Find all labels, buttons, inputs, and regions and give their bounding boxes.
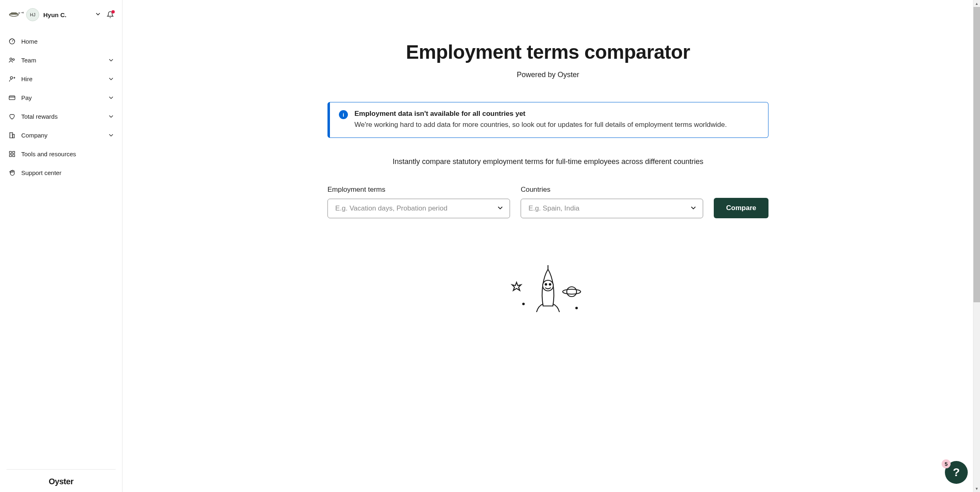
rocket-illustration <box>499 263 597 312</box>
page-title: Employment terms comparator <box>406 41 690 63</box>
svg-rect-9 <box>9 151 11 153</box>
countries-select[interactable] <box>521 199 703 218</box>
sidebar-item-support-center[interactable]: Support center <box>8 169 114 176</box>
sidebar-item-label: Pay <box>21 94 102 101</box>
company-logo <box>8 10 24 20</box>
pay-icon <box>8 94 16 101</box>
chevron-down-icon <box>108 76 114 82</box>
sidebar-item-total-rewards[interactable]: Total rewards <box>8 113 114 120</box>
team-icon <box>8 56 16 64</box>
brand-logo: Oyster <box>7 477 116 486</box>
user-menu-chevron-icon[interactable] <box>95 11 101 18</box>
employment-terms-label: Employment terms <box>327 186 510 194</box>
employment-terms-select[interactable] <box>327 199 510 218</box>
hire-icon <box>8 75 16 82</box>
svg-point-17 <box>563 289 581 294</box>
scrollbar[interactable]: ▲ ▼ <box>973 0 980 492</box>
svg-point-5 <box>10 76 13 79</box>
svg-point-1 <box>18 12 20 14</box>
page-description: Instantly compare statutory employment t… <box>393 157 704 166</box>
home-icon <box>8 38 16 45</box>
scrollbar-down-arrow-icon[interactable]: ▼ <box>973 485 980 492</box>
building-icon <box>8 131 16 139</box>
hand-icon <box>8 169 16 176</box>
sidebar-item-team[interactable]: Team <box>8 56 114 64</box>
info-banner-body: We're working hard to add data for more … <box>354 120 727 130</box>
svg-rect-6 <box>9 96 15 100</box>
svg-point-19 <box>576 307 577 309</box>
sidebar-item-home[interactable]: Home <box>8 38 114 45</box>
sidebar: HJ Hyun C. Home <box>0 0 122 492</box>
heart-icon <box>8 113 16 120</box>
scrollbar-up-arrow-icon[interactable]: ▲ <box>973 0 980 7</box>
main-content: Employment terms comparator Powered by O… <box>122 0 980 492</box>
sidebar-item-label: Company <box>21 132 102 139</box>
sidebar-item-tools-resources[interactable]: Tools and resources <box>8 150 114 157</box>
svg-point-14 <box>545 284 547 285</box>
svg-point-15 <box>549 284 551 285</box>
chevron-down-icon <box>108 95 114 100</box>
sidebar-nav: Home Team Hire <box>7 38 116 176</box>
sidebar-footer: Oyster <box>7 469 116 492</box>
countries-label: Countries <box>521 186 703 194</box>
info-banner-title: Employment data isn't available for all … <box>354 110 727 118</box>
user-avatar[interactable]: HJ <box>26 8 39 21</box>
compare-button[interactable]: Compare <box>714 198 768 218</box>
employment-terms-field-group: Employment terms <box>327 186 510 218</box>
chevron-down-icon <box>108 113 114 119</box>
svg-point-18 <box>523 303 524 305</box>
svg-rect-11 <box>9 154 11 156</box>
info-icon: i <box>339 110 348 119</box>
comparator-form: Employment terms Countries <box>327 186 768 218</box>
sidebar-item-company[interactable]: Company <box>8 131 114 139</box>
chevron-down-icon <box>108 132 114 138</box>
svg-rect-12 <box>12 154 14 156</box>
chevron-down-icon <box>108 57 114 63</box>
page-subtitle: Powered by Oyster <box>517 71 579 79</box>
svg-rect-10 <box>12 151 14 153</box>
info-banner: i Employment data isn't available for al… <box>327 102 768 138</box>
countries-field-group: Countries <box>521 186 703 218</box>
svg-point-16 <box>567 287 577 297</box>
help-badge: 5 <box>942 459 951 468</box>
sidebar-item-hire[interactable]: Hire <box>8 75 114 82</box>
sidebar-item-label: Total rewards <box>21 113 102 120</box>
question-mark-icon: ? <box>953 466 960 479</box>
sidebar-item-label: Support center <box>21 169 114 176</box>
scrollbar-thumb[interactable] <box>973 7 980 302</box>
sidebar-item-label: Team <box>21 57 102 64</box>
sidebar-item-label: Tools and resources <box>21 151 114 157</box>
sidebar-item-pay[interactable]: Pay <box>8 94 114 101</box>
svg-point-4 <box>12 58 14 60</box>
user-name: Hyun C. <box>43 11 91 18</box>
sidebar-item-label: Hire <box>21 75 102 82</box>
sidebar-header: HJ Hyun C. <box>7 8 116 21</box>
svg-rect-8 <box>12 134 14 138</box>
notification-dot-icon <box>111 10 115 13</box>
grid-icon <box>8 150 16 157</box>
notifications-button[interactable] <box>107 11 114 18</box>
svg-point-3 <box>10 58 12 60</box>
help-button[interactable]: 5 ? <box>945 461 968 484</box>
sidebar-item-label: Home <box>21 38 114 45</box>
svg-rect-7 <box>9 133 12 138</box>
